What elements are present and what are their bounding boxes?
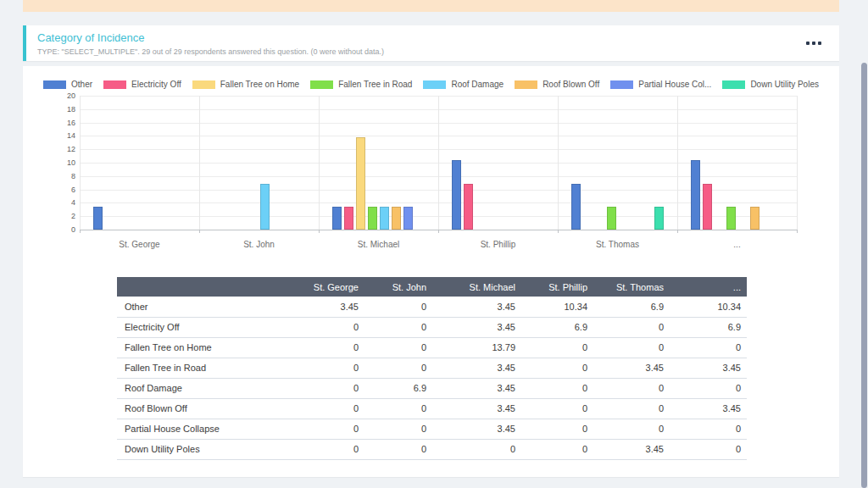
bar-slot [343, 96, 355, 230]
bar-slot [475, 96, 487, 230]
table-cell: 3.45 [432, 419, 521, 439]
bar-slot [224, 96, 236, 230]
table-cell: 3.45 [593, 358, 670, 378]
bar-slot [248, 96, 259, 230]
table-cell: 0 [295, 317, 364, 337]
table-row: Other3.4503.4510.346.910.34 [117, 297, 747, 317]
bar-slot [618, 96, 630, 230]
bar[interactable] [750, 207, 760, 230]
table-column-header: St. Michael [432, 277, 521, 297]
bar-slot [152, 96, 164, 230]
table-cell: 0 [364, 337, 432, 358]
more-options-icon[interactable] [806, 37, 825, 49]
table-cell: 0 [295, 398, 364, 419]
y-axis-tick-label: 14 [53, 131, 75, 140]
table-cell: 0 [521, 439, 593, 459]
bar[interactable] [452, 160, 461, 230]
bar-slot [379, 96, 391, 230]
table-cell: 3.45 [295, 297, 364, 317]
table-row: Roof Blown Off003.45003.45 [117, 398, 747, 419]
scrollbar-thumb[interactable] [861, 63, 867, 488]
table-cell: 0 [364, 297, 432, 317]
table-column-header: St. John [364, 277, 432, 297]
bar-slot [690, 96, 702, 230]
table-cell: 0 [521, 419, 593, 439]
table-cell: 0 [670, 419, 747, 439]
bar[interactable] [260, 184, 270, 230]
x-axis-tick [797, 230, 798, 233]
bar[interactable] [380, 207, 389, 230]
question-meta-text: TYPE: "SELECT_MULTIPLE". 29 out of 29 re… [37, 47, 384, 56]
bar[interactable] [356, 137, 365, 230]
table-cell: 3.45 [432, 317, 521, 337]
row-label: Down Utility Poles [117, 439, 295, 459]
y-axis-tick-label: 10 [53, 158, 75, 167]
table-cell: 13.79 [432, 337, 521, 358]
y-axis-tick-label: 16 [53, 119, 75, 127]
bar-slot [642, 96, 654, 230]
table-cell: 6.9 [670, 317, 747, 337]
bar-slot [582, 96, 594, 230]
row-label: Other [117, 297, 295, 317]
bar[interactable] [607, 207, 616, 230]
bar-slot [175, 96, 187, 230]
table-cell: 0 [670, 439, 747, 459]
row-label: Electricity Off [117, 317, 295, 337]
bar[interactable] [726, 207, 736, 230]
table-cell: 0 [295, 419, 364, 439]
x-axis-line [80, 230, 797, 230]
table-cell: 0 [593, 337, 670, 358]
results-table: St. GeorgeSt. JohnSt. MichaelSt. Phillip… [117, 277, 747, 460]
bar[interactable] [571, 184, 581, 230]
x-axis-category-label: St. John [199, 240, 319, 249]
bar-slot [355, 96, 367, 230]
table-cell: 3.45 [670, 398, 747, 419]
bar[interactable] [344, 207, 353, 230]
y-axis-tick-label: 4 [53, 198, 75, 207]
bar[interactable] [703, 184, 712, 230]
bar[interactable] [368, 207, 377, 230]
bar-slot [761, 96, 773, 230]
question-header-card: Category of Incidence TYPE: "SELECT_MULT… [23, 25, 839, 61]
y-axis-tick-label: 0 [53, 225, 75, 234]
bar[interactable] [403, 207, 413, 230]
bar-slot [128, 96, 140, 230]
bar-slot [295, 96, 307, 230]
question-title: Category of Incidence [37, 31, 144, 44]
bar-slot [522, 96, 534, 230]
table-cell: 10.34 [521, 297, 593, 317]
row-label: Fallen Tree in Road [117, 358, 295, 378]
bar-slot [367, 96, 379, 230]
table-cell: 0 [432, 439, 521, 459]
table-cell: 0 [521, 337, 593, 358]
bar-slot [606, 96, 618, 230]
bar-slot [391, 96, 403, 230]
bar[interactable] [654, 207, 664, 230]
bar[interactable] [93, 207, 103, 230]
table-cell: 0 [364, 317, 432, 337]
x-axis-category-label: St. George [80, 240, 199, 249]
bar[interactable] [691, 160, 700, 230]
table-column-header [117, 277, 295, 297]
bar[interactable] [392, 207, 401, 230]
bar-group [319, 96, 438, 230]
bar-slot [415, 96, 426, 230]
table-cell: 0 [295, 337, 364, 358]
table-cell: 3.45 [432, 297, 521, 317]
table-cell: 0 [593, 419, 670, 439]
bar[interactable] [332, 207, 342, 230]
table-cell: 6.9 [364, 378, 432, 398]
bar[interactable] [464, 184, 473, 230]
y-axis-tick-label: 2 [53, 212, 75, 220]
bar-slot [726, 96, 737, 230]
row-label: Partial House Collapse [117, 419, 295, 439]
bar-group [558, 96, 677, 230]
bar-slot [654, 96, 665, 230]
report-card: OtherElectricity OffFallen Tree on HomeF… [23, 66, 839, 477]
table-cell: 0 [364, 439, 432, 459]
table-column-header: St. Thomas [593, 277, 670, 297]
y-axis-tick-label: 20 [53, 92, 75, 100]
table-cell: 0 [593, 317, 670, 337]
row-label: Fallen Tree on Home [117, 337, 295, 358]
x-axis-category-label: St. Thomas [558, 240, 677, 249]
